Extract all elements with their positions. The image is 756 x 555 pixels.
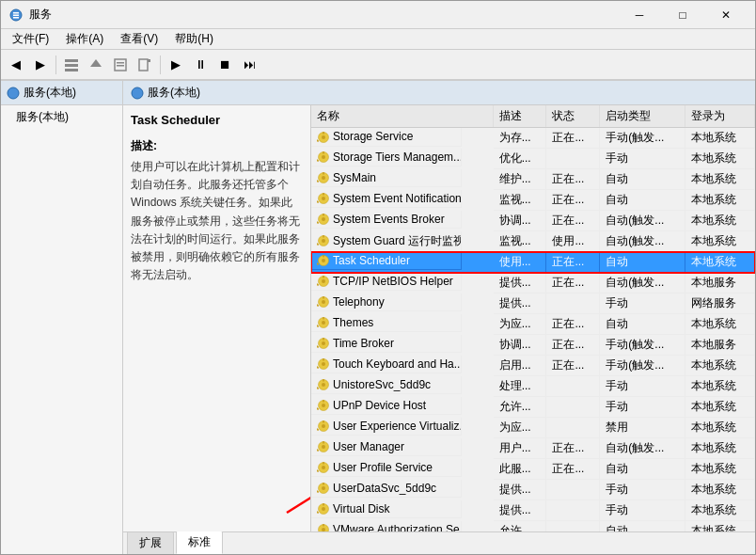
service-name: System Event Notification... xyxy=(333,192,462,205)
service-name: System Guard 运行时监视... xyxy=(333,233,462,249)
service-status: 正在... xyxy=(546,190,600,211)
service-name: Time Broker xyxy=(333,337,394,350)
table-row[interactable]: System Event Notification...监视...正在...自动… xyxy=(311,190,755,211)
svg-point-199 xyxy=(322,507,325,511)
table-row[interactable]: Storage Tiers Managem...优化...手动本地系统 xyxy=(311,149,755,169)
svg-point-149 xyxy=(322,404,325,407)
service-icon xyxy=(317,171,333,185)
service-icon xyxy=(317,192,333,206)
service-status xyxy=(546,149,600,169)
svg-point-14 xyxy=(8,87,19,99)
stop-button[interactable]: ⏹ xyxy=(213,54,236,76)
svg-marker-7 xyxy=(90,59,102,67)
service-status: 正在... xyxy=(546,211,600,231)
tab-standard[interactable]: 标准 xyxy=(176,531,223,554)
table-row[interactable]: User Profile Service此服...正在...自动本地系统 xyxy=(311,459,755,480)
service-status xyxy=(546,480,600,500)
table-row[interactable]: User Manager用户...正在...自动(触发...本地系统 xyxy=(311,438,755,459)
service-login: 本地系统 xyxy=(685,459,755,480)
up-button[interactable] xyxy=(85,54,107,76)
menu-file[interactable]: 文件(F) xyxy=(5,29,56,49)
service-login: 本地系统 xyxy=(685,356,755,376)
svg-point-129 xyxy=(322,362,325,366)
export-button[interactable] xyxy=(134,54,156,76)
service-status: 正在... xyxy=(546,335,600,356)
service-login: 本地系统 xyxy=(685,169,755,190)
col-header-login[interactable]: 登录为 xyxy=(685,105,755,128)
table-row[interactable]: UPnP Device Host允许...手动本地系统 xyxy=(311,397,755,418)
properties-button[interactable] xyxy=(109,54,132,76)
svg-rect-167 xyxy=(317,429,319,432)
table-row[interactable]: System Events Broker协调...正在...自动(触发...本地… xyxy=(311,211,755,231)
service-desc: 监视... xyxy=(494,190,546,211)
table-row[interactable]: User Experience Virtualiz...为应...禁用本地系统 xyxy=(311,418,755,438)
svg-rect-90 xyxy=(323,276,324,278)
table-row[interactable]: UnistoreSvc_5dd9c处理...手动本地系统 xyxy=(311,376,755,397)
service-icon xyxy=(317,378,333,392)
table-row[interactable]: Themes为应...正在...自动本地系统 xyxy=(311,314,755,335)
svg-point-159 xyxy=(322,424,325,428)
col-header-desc[interactable]: 描述 xyxy=(494,105,546,128)
content-panel-header: 服务(本地) xyxy=(123,81,755,105)
table-row[interactable]: Telephony提供...手动网络服务 xyxy=(311,293,755,314)
service-login: 本地系统 xyxy=(685,376,755,397)
svg-rect-30 xyxy=(323,151,324,154)
table-row[interactable]: Task Scheduler使用...正在...自动本地系统 xyxy=(311,252,755,273)
table-row[interactable]: VMware Authorization Se...允许...自动本地系统 xyxy=(311,521,755,532)
services-table: 名称 描述 状态 启动类型 登录为 Storage Serv xyxy=(311,105,755,531)
back-button[interactable]: ◀ xyxy=(5,54,27,76)
svg-rect-200 xyxy=(323,503,324,506)
close-button[interactable]: ✕ xyxy=(704,1,748,29)
svg-rect-10 xyxy=(117,65,124,67)
table-header-row: 名称 描述 状态 启动类型 登录为 xyxy=(311,105,755,128)
table-row[interactable]: Time Broker协调...正在...手动(触发...本地服务 xyxy=(311,335,755,356)
service-name: User Manager xyxy=(333,440,404,453)
table-row[interactable]: TCP/IP NetBIOS Helper提供...正在...自动(触发...本… xyxy=(311,273,755,293)
minimize-button[interactable]: ─ xyxy=(618,1,661,29)
service-login: 本地系统 xyxy=(685,521,755,532)
pause-button[interactable]: ⏸ xyxy=(189,54,212,76)
svg-rect-27 xyxy=(317,139,319,142)
service-status: 正在... xyxy=(546,438,600,459)
nav-item-local-services[interactable]: 服务(本地) xyxy=(1,105,122,129)
service-desc: 监视... xyxy=(494,231,546,252)
svg-rect-207 xyxy=(317,512,319,515)
menu-view[interactable]: 查看(V) xyxy=(113,29,165,49)
svg-rect-120 xyxy=(323,338,324,341)
col-header-startup[interactable]: 启动类型 xyxy=(600,105,685,128)
show-tree-button[interactable] xyxy=(60,54,83,76)
services-table-area[interactable]: 名称 描述 状态 启动类型 登录为 Storage Serv xyxy=(311,105,755,531)
table-row[interactable]: Storage Service为存...正在...手动(触发...本地系统 xyxy=(311,128,755,149)
service-name: User Profile Service xyxy=(333,461,433,474)
tab-expand[interactable]: 扩展 xyxy=(127,531,174,554)
service-name: User Experience Virtualiz... xyxy=(333,420,462,433)
menu-help[interactable]: 帮助(H) xyxy=(167,29,221,49)
service-name: Themes xyxy=(333,316,373,329)
service-name: Storage Service xyxy=(333,130,413,143)
table-row[interactable]: Virtual Disk提供...手动本地系统 xyxy=(311,500,755,521)
forward-button[interactable]: ▶ xyxy=(29,54,52,76)
table-row[interactable]: Touch Keyboard and Ha...启用...正在...手动(触发.… xyxy=(311,356,755,376)
svg-rect-1 xyxy=(13,12,19,14)
annotation-arrow xyxy=(277,447,311,522)
table-row[interactable]: UserDataSvc_5dd9c提供...手动本地系统 xyxy=(311,480,755,500)
table-row[interactable]: SysMain维护...正在...自动本地系统 xyxy=(311,169,755,190)
title-bar: 服务 ─ □ ✕ xyxy=(1,1,755,29)
maximize-button[interactable]: □ xyxy=(661,1,704,29)
service-startup: 手动 xyxy=(600,500,685,521)
svg-point-49 xyxy=(322,197,325,200)
service-startup: 自动(触发... xyxy=(600,231,685,252)
service-login: 本地系统 xyxy=(685,397,755,418)
service-startup: 手动(触发... xyxy=(600,356,685,376)
service-desc: 处理... xyxy=(494,376,546,397)
service-icon xyxy=(317,275,333,289)
table-row[interactable]: System Guard 运行时监视...监视...使用...自动(触发...本… xyxy=(311,231,755,252)
play-button[interactable]: ▶ xyxy=(165,54,187,76)
menu-action[interactable]: 操作(A) xyxy=(58,29,111,49)
col-header-name[interactable]: 名称 xyxy=(311,105,494,128)
svg-rect-87 xyxy=(317,263,319,266)
restart-button[interactable]: ⏭ xyxy=(238,54,260,76)
svg-rect-77 xyxy=(317,244,319,246)
service-status: 正在... xyxy=(546,314,600,335)
col-header-status[interactable]: 状态 xyxy=(546,105,600,128)
